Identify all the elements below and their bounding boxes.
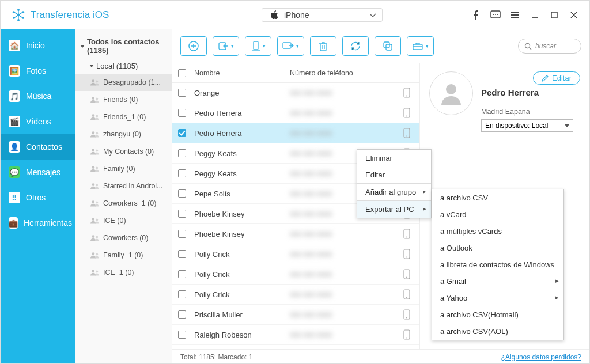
maximize-button[interactable] [549,10,559,20]
col-phone[interactable]: Número de teléfono [290,69,419,77]
context-menu[interactable]: EliminarEditarAñadir al grupoExportar al… [357,149,432,218]
row-checkbox[interactable] [178,270,186,278]
row-checkbox[interactable] [178,89,186,97]
dedupe-button[interactable] [375,36,401,56]
sidebar-item-messages[interactable]: 💬Mensajes [1,160,75,185]
row-phone: 000 000 0000 [290,109,332,117]
edit-button[interactable]: Editar [533,71,580,85]
table-row[interactable]: Raleigh Robeson000 000 0000 [172,325,419,345]
submenu-item[interactable]: a archivo CSV [432,189,563,206]
row-checkbox[interactable] [178,210,186,218]
groups-local[interactable]: Local (1185) [75,58,172,74]
add-button[interactable] [180,36,207,56]
row-checkbox[interactable] [178,290,186,298]
group-item[interactable]: Desagrupado (1... [75,74,172,91]
submenu-item[interactable]: a Yahoo [432,290,563,306]
svg-point-20 [92,149,94,151]
svg-point-14 [92,97,94,100]
submenu-item[interactable]: a libreta de contactos de Windows [432,256,563,273]
export-pc-button[interactable]: ▾ [277,36,304,56]
minimize-button[interactable] [530,10,540,20]
facebook-icon[interactable] [471,10,481,20]
row-checkbox[interactable] [178,250,186,258]
group-item[interactable]: zhangyu (0) [75,126,172,143]
table-row[interactable]: Phoebe Kinsey000 000 0000 [172,224,419,244]
submenu-item[interactable]: a archivo CSV(AOL) [432,323,563,340]
table-row[interactable]: Polly Crick000 000 0000 [172,285,419,305]
svg-point-45 [406,96,407,97]
submenu-item[interactable]: a Outlook [432,240,563,256]
svg-point-43 [525,43,530,48]
row-checkbox[interactable] [178,129,186,137]
menu-item[interactable]: Editar [357,166,431,183]
group-item[interactable]: ICE (0) [75,212,172,229]
row-checkbox[interactable] [178,149,186,157]
row-phone: 000 000 0000 [290,170,332,178]
svg-rect-11 [551,12,557,18]
group-label: Desagrupado (1... [103,78,161,86]
refresh-button[interactable] [342,36,369,56]
import-button[interactable]: ▾ [213,36,239,56]
toolbox-button[interactable]: ▾ [407,36,434,56]
menu-icon[interactable] [510,10,520,20]
storage-select[interactable]: En dispositivo: Local [481,119,573,132]
sidebar-item-photos[interactable]: 🖼️Fotos [1,58,75,84]
sidebar-item-videos[interactable]: 🎬Vídeos [1,109,75,134]
delete-button[interactable] [310,36,336,56]
row-checkbox[interactable] [178,169,186,177]
menu-item[interactable]: Añadir al grupo [357,183,431,200]
table-row[interactable]: Polly Crick000 000 0000 [172,244,419,264]
row-phone: 000 000 0000 [290,230,332,238]
table-row[interactable]: Priscilla Muller000 000 0000 [172,305,419,325]
feedback-icon[interactable] [490,10,501,20]
submenu-item[interactable]: a Gmail [432,273,563,290]
submenu-item[interactable]: a múltiples vCards [432,223,563,240]
sidebar-item-contacts[interactable]: 👤Contactos [1,134,75,160]
row-checkbox[interactable] [178,230,186,238]
submenu-item[interactable]: a vCard [432,206,563,223]
device-selector[interactable]: iPhone [173,8,471,22]
group-item[interactable]: My Contacts (0) [75,143,172,160]
group-item[interactable]: Coworkers (0) [75,229,172,247]
svg-point-35 [96,270,98,272]
group-item[interactable]: Friends (0) [75,91,172,108]
missing-data-link[interactable]: ¿Algunos datos perdidos? [501,353,581,361]
row-name: Peggy Keats [192,149,290,158]
table-row[interactable]: Pedro Herrera000 000 0000 [172,123,419,143]
close-button[interactable] [569,10,579,20]
svg-point-65 [406,297,407,298]
submenu-item[interactable]: a archivo CSV(Hotmail) [432,306,563,323]
menu-item[interactable]: Eliminar [357,150,431,166]
row-name: Pedro Herrera [192,129,290,138]
sidebar-item-others[interactable]: ⠿Otros [1,185,75,210]
group-item[interactable]: Family (0) [75,160,172,177]
svg-point-34 [92,270,94,272]
sidebar-item-music[interactable]: 🎵Música [1,84,75,109]
menu-item[interactable]: Exportar al PC [357,200,431,218]
group-item[interactable]: Starred in Androi... [75,177,172,195]
col-name[interactable]: Nombre [192,69,290,77]
table-header: Nombre Número de teléfono [172,63,419,83]
table-row[interactable]: Orange000 000 0000 [172,83,419,103]
row-phone: 000 000 0000 [290,89,332,97]
groups-header[interactable]: Todos los contactos (1185) [75,34,172,58]
row-checkbox[interactable] [178,310,186,318]
export-submenu[interactable]: a archivo CSVa vCarda múltiples vCardsa … [432,189,564,340]
group-item[interactable]: ICE_1 (0) [75,264,172,281]
export-device-button[interactable]: ▾ [245,36,271,56]
chevron-down-icon [565,124,569,127]
row-checkbox[interactable] [178,109,186,117]
sidebar-item-tools[interactable]: 💼Herramientas [1,210,75,236]
row-checkbox[interactable] [178,331,186,339]
group-item[interactable]: Family_1 (0) [75,247,172,264]
sidebar-item-home[interactable]: 🏠Inicio [1,33,75,58]
row-checkbox[interactable] [178,189,186,198]
group-item[interactable]: Friends_1 (0) [75,108,172,126]
group-item[interactable]: Coworkers_1 (0) [75,195,172,212]
table-row[interactable]: Pedro Herrera000 000 0000 [172,103,419,123]
content: ▾ ▾ ▾ ▾ buscar Nombre Número de teléfono… [172,29,589,364]
search-input[interactable]: buscar [518,39,581,54]
svg-point-25 [96,184,98,186]
select-all-checkbox[interactable] [178,69,186,77]
table-row[interactable]: Polly Crick000 000 0000 [172,264,419,285]
